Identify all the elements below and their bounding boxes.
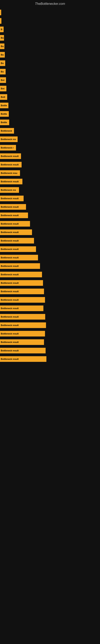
bar-item: Bottleneck result [0, 348, 46, 354]
page-wrapper: TheBottlenecker.com BBoBoBoBoBoBotBotBot… [0, 0, 100, 366]
bar-item: Bottleneck result [0, 204, 26, 210]
bar-item: B [0, 26, 3, 32]
bar-item: Bottleneck result [0, 272, 42, 277]
bar-row: Bot [0, 76, 100, 84]
bar-row: Bottle [0, 102, 100, 109]
bar-item: Bottleneck result [0, 339, 44, 345]
bar-row: Bottle [0, 110, 100, 118]
bar-item: Bottle [0, 111, 9, 117]
bar-row: Bottleneck result [0, 313, 100, 320]
bar-item: Bottleneck result [0, 306, 43, 311]
bar-row: B [0, 26, 100, 33]
bar-row: Bottleneck result [0, 161, 100, 168]
bar-row: Bottleneck result [0, 237, 100, 244]
bar-row: Bottleneck result [0, 254, 100, 262]
bar-item: Bottleneck result [0, 356, 47, 362]
bar-row: Bo [0, 34, 100, 42]
bar-item: Bottleneck result [0, 314, 45, 320]
bar-row: Bottleneck result [0, 178, 100, 185]
bar-row: Bottleneck result [0, 194, 100, 202]
bar-item: Bot [0, 77, 6, 83]
bar-row: Bottleneck res [0, 186, 100, 194]
bar-item: Bottleneck result [0, 331, 45, 336]
bar-row: Bottleneck result [0, 322, 100, 329]
bar-row: Bot [0, 85, 100, 92]
bar-item: Bottleneck result [0, 221, 30, 226]
bar-item: Bo [0, 35, 4, 41]
bar-item: Bottleneck result [0, 255, 38, 260]
bar-row: Bottleneck result [0, 279, 100, 287]
bar-item: Bottleneck result [0, 297, 45, 303]
bar-row: Bottleneck [0, 127, 100, 135]
site-title: TheBottlenecker.com [0, 0, 100, 7]
bar-row: Bottleneck res [0, 136, 100, 143]
bar-item: Bottleneck result [0, 179, 22, 184]
bar-item: Bottleneck resu [0, 170, 20, 176]
bar-row: Bottleneck resu [0, 169, 100, 177]
bar-row: Bott [0, 93, 100, 101]
bar-item: Bottleneck result [0, 238, 34, 244]
bar-row: Bottleneck result [0, 228, 100, 236]
bar-row [0, 17, 100, 25]
bar-item: Bottle [0, 103, 8, 108]
bar-item [0, 10, 1, 15]
bar-item: Bottleneck result [0, 288, 44, 294]
bar-item: Bottleneck [0, 128, 14, 134]
bar-row: Bottleneck result [0, 245, 100, 253]
bar-row: Bottleneck result [0, 220, 100, 228]
bar-row: Bo [0, 68, 100, 76]
bar-row: Bottleneck result [0, 212, 100, 219]
bar-item: Bott [0, 94, 7, 100]
bar-row: Bottleneck result [0, 271, 100, 278]
bar-row: Bottleneck result [0, 262, 100, 270]
bar-item: Bottleneck res [0, 136, 18, 142]
bar-row [0, 9, 100, 16]
bar-item: Bottleneck res [0, 187, 19, 193]
bar-row: Bo [0, 59, 100, 67]
bar-item: Bo [0, 60, 5, 66]
bar-row: Bottleneck r [0, 144, 100, 152]
bar-row: Bo [0, 42, 100, 50]
bar-row: Bottleneck result [0, 152, 100, 160]
bar-item: Bo [0, 69, 6, 74]
bar-row: Bottleneck result [0, 304, 100, 312]
bar-item: Bottleneck result [0, 263, 40, 269]
bar-item: Bottle [0, 120, 9, 125]
bar-item: Bo [0, 44, 4, 49]
bar-item: Bottleneck result [0, 212, 28, 218]
bar-item: Bottleneck result [0, 322, 46, 328]
bar-item: Bottleneck result [0, 153, 21, 159]
bar-row: Bottleneck result [0, 330, 100, 338]
bar-item: Bot [0, 86, 6, 91]
bar-item: Bottleneck result [0, 230, 32, 235]
bar-row: Bo [0, 51, 100, 58]
bar-item: Bottleneck result [0, 280, 43, 286]
bar-item: Bottleneck r [0, 145, 16, 150]
bar-row: Bottleneck result [0, 288, 100, 295]
bar-item: Bottleneck result [0, 162, 22, 168]
bar-item: Bottleneck result [0, 246, 36, 252]
bars-container: BBoBoBoBoBoBotBotBottBottleBottleBottleB… [0, 7, 100, 366]
bar-item: Bo [0, 52, 5, 58]
bar-row: Bottleneck result [0, 203, 100, 211]
bar-row: Bottle [0, 118, 100, 126]
bar-row: Bottleneck result [0, 355, 100, 363]
bar-item: Bottleneck result [0, 196, 24, 201]
bar-row: Bottleneck result [0, 296, 100, 304]
bar-row: Bottleneck result [0, 338, 100, 346]
bar-item [0, 18, 1, 24]
bar-row: Bottleneck result [0, 347, 100, 354]
